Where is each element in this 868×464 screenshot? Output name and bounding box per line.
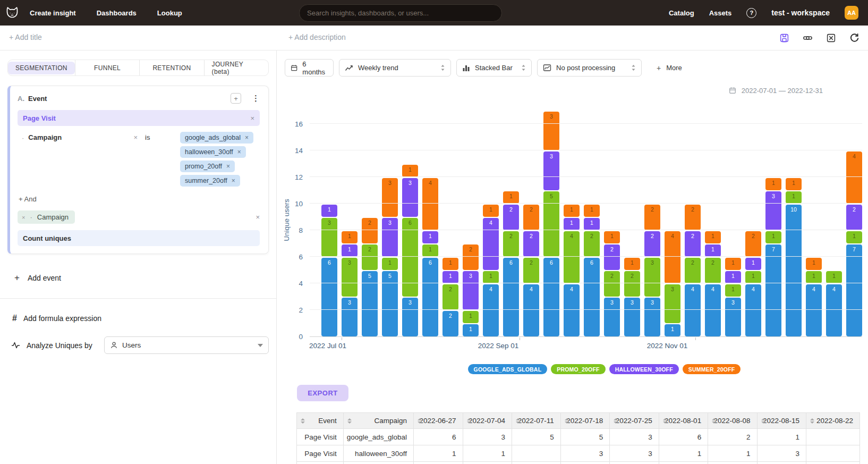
nav-create-insight[interactable]: Create insight (30, 9, 76, 17)
bar-segment: 1 (846, 231, 862, 243)
remove-filter-icon[interactable]: × (133, 133, 138, 141)
filter-operator[interactable]: is (145, 133, 180, 141)
tab-retention[interactable]: RETENTION (139, 60, 203, 75)
column-header[interactable]: 2022-07-25 (610, 413, 659, 429)
export-button[interactable]: EXPORT (297, 385, 348, 401)
date-window-button[interactable]: 6 months (285, 59, 334, 77)
add-and-condition[interactable]: + And (19, 195, 260, 203)
legend-chip[interactable]: GOOGLE_ADS_GLOBAL (468, 364, 548, 374)
bar-segment: 6 (543, 258, 559, 336)
remove-breakdown-icon[interactable]: × (22, 214, 25, 221)
tab-funnel[interactable]: FUNNEL (75, 60, 139, 75)
legend-chip[interactable]: SUMMER_20OFF (683, 364, 741, 374)
nav-dashboards[interactable]: Dashboards (97, 9, 137, 17)
trend-select[interactable]: Weekly trend (339, 59, 451, 77)
refresh-icon[interactable] (849, 32, 860, 43)
workspace-name[interactable]: test - workspace (771, 9, 830, 17)
nav-catalog[interactable]: Catalog (669, 9, 694, 17)
tab-journey[interactable]: JOURNEY (beta) (204, 60, 268, 75)
column-header[interactable]: 2022-08-08 (708, 413, 757, 429)
bar-segment: 10 (786, 205, 802, 336)
add-filter-button[interactable]: + (231, 93, 241, 104)
breakdown-chip[interactable]: × · Campaign (18, 210, 75, 224)
bar-value-label: 1 (422, 231, 438, 239)
remove-value-icon[interactable]: × (232, 177, 235, 184)
remove-value-icon[interactable]: × (237, 148, 241, 156)
column-header[interactable]: 2022-08-01 (659, 413, 708, 429)
filter-property[interactable]: Campaign (28, 133, 62, 141)
add-formula-button[interactable]: # Add formula expression (7, 314, 269, 323)
column-header[interactable]: 2022-08-22 (806, 413, 860, 429)
column-header[interactable]: Event (297, 413, 344, 429)
chart-bar: 1124 (705, 231, 721, 336)
help-icon[interactable]: ? (746, 8, 756, 18)
bar-segment: 1 (786, 191, 802, 204)
save-icon[interactable] (779, 32, 789, 43)
bar-value-label: 1 (806, 271, 822, 279)
gridline (310, 123, 862, 124)
filter-value-chip[interactable]: google_ads_global× (180, 132, 253, 144)
chart-type-select[interactable]: Stacked Bar (456, 59, 532, 77)
column-label: 2022-08-08 (714, 417, 751, 425)
column-header[interactable]: Campaign (343, 413, 413, 429)
event-menu-icon[interactable]: ⋮ (252, 94, 260, 103)
person-icon (110, 341, 118, 349)
remove-event-icon[interactable]: × (250, 114, 254, 122)
bar-segment: 4 (665, 231, 680, 283)
nav-lookup[interactable]: Lookup (157, 9, 182, 17)
event-card: A. Event + ⋮ Page Visit × · Campaign × i… (7, 86, 269, 254)
query-builder-panel: SEGMENTATION FUNNEL RETENTION JOURNEY (b… (0, 50, 277, 464)
sort-icon (418, 418, 422, 424)
bar-segment: 2 (644, 205, 660, 230)
column-header[interactable]: 2022-07-04 (463, 413, 512, 429)
bar-value-label: 2 (846, 205, 862, 213)
y-tick-label: 12 (295, 173, 303, 181)
clear-chart-icon[interactable] (826, 32, 836, 43)
filter-value-chip[interactable]: halloween_30off× (180, 146, 246, 158)
table-cell: 6 (414, 429, 463, 445)
table-cell (414, 462, 463, 464)
bar-value-label: 1 (765, 231, 781, 239)
column-header[interactable]: 2022-06-27 (414, 413, 463, 429)
post-processing-select[interactable]: No post processing (537, 59, 642, 77)
filter-value-chip[interactable]: summer_20off× (180, 175, 240, 187)
sort-icon (663, 418, 667, 424)
link-icon[interactable] (802, 32, 813, 43)
bar-value-label: 1 (463, 324, 479, 332)
remove-value-icon[interactable]: × (245, 134, 249, 141)
more-options-button[interactable]: + More (657, 64, 682, 72)
search-input[interactable] (307, 9, 494, 17)
table-cell (512, 462, 560, 464)
aggregation-selector[interactable]: Count uniques (18, 230, 260, 246)
nav-assets[interactable]: Assets (709, 9, 732, 17)
bar-value-label: 2 (705, 258, 721, 266)
bar-segment: 2 (604, 244, 620, 270)
bar-chart-icon (462, 64, 470, 72)
bar-value-label: 3 (604, 298, 620, 306)
legend-chip[interactable]: PROMO_20OFF (551, 364, 605, 374)
remove-value-icon[interactable]: × (226, 163, 230, 170)
add-description-field[interactable]: + Add description (288, 33, 346, 41)
column-label: 2022-08-22 (816, 417, 853, 425)
clear-breakdown-icon[interactable]: × (256, 213, 260, 221)
add-event-button[interactable]: + Add event (7, 273, 269, 283)
avatar[interactable]: AA (845, 6, 858, 20)
column-header[interactable]: 2022-07-11 (512, 413, 560, 429)
add-title-field[interactable]: + Add title (9, 33, 42, 41)
column-header[interactable]: 2022-07-18 (560, 413, 609, 429)
filter-value-chip[interactable]: promo_20off× (180, 161, 235, 172)
bar-segment: 6 (503, 258, 519, 336)
event-selector[interactable]: Page Visit × (18, 110, 260, 126)
legend-chip[interactable]: HALLOWEEN_30OFF (609, 364, 679, 374)
analyze-entity-select[interactable]: Users (104, 336, 269, 354)
cat-logo-icon[interactable] (4, 5, 19, 20)
bar-value-label: 4 (564, 231, 580, 239)
chart-bar: 1110 (786, 178, 802, 336)
column-header[interactable]: 2022-08-15 (757, 413, 806, 429)
bar-segment: 1 (806, 258, 822, 270)
bar-value-label: 2 (362, 218, 378, 226)
gridline (310, 176, 862, 177)
tab-segmentation[interactable]: SEGMENTATION (8, 60, 75, 75)
bar-value-label: 3 (402, 298, 418, 306)
bar-value-label: 2 (503, 205, 519, 213)
